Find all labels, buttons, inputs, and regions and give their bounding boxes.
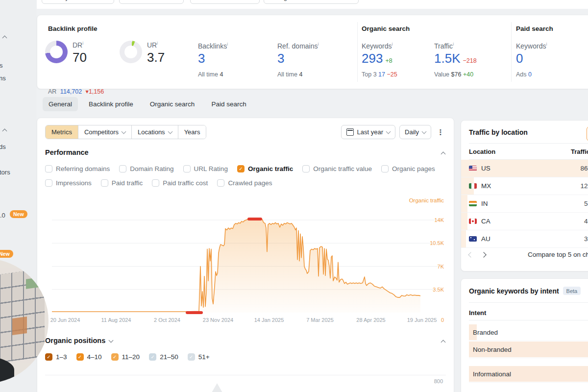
checkbox-icon: [119, 165, 126, 172]
location-traffic-value: 48: [562, 218, 588, 225]
checkbox-label: URL Rating: [194, 165, 228, 172]
next-page-icon[interactable]: [482, 251, 494, 258]
nav-item-fragment[interactable]: .0: [0, 212, 5, 219]
location-row-us[interactable]: US861−191: [461, 160, 588, 177]
date-range-button[interactable]: Last year: [341, 125, 395, 139]
granularity-button[interactable]: Daily: [399, 125, 431, 139]
organic-traffic-value[interactable]: 1.5K−218: [434, 51, 477, 66]
position-checkbox-21-50[interactable]: ✓21–50: [149, 353, 178, 361]
nav-item-fragment[interactable]: ns: [0, 74, 6, 82]
organic-keywords-metric: Keywordsi 293+8 Top 3 17 −25: [362, 42, 397, 78]
changes-filter-dropdown[interactable]: Changes: Last month: [264, 0, 359, 4]
keywords-by-intent-card: Organic keywords by intent Beta Intent B…: [461, 278, 588, 392]
mx-flag-icon: [469, 183, 477, 189]
locations-filter-dropdown[interactable]: All locations: [119, 0, 184, 4]
checkbox-label: Domain Rating: [130, 165, 173, 172]
location-row-au[interactable]: AU35−15: [461, 230, 588, 248]
checkbox-icon: [45, 179, 52, 187]
tab-general[interactable]: General: [43, 97, 78, 111]
backlinks-value[interactable]: 3: [198, 51, 228, 66]
compare-top5-link[interactable]: Compare top 5 on chart: [528, 251, 588, 258]
collapse-chevron-icon[interactable]: [2, 129, 7, 134]
position-checkbox-4-10[interactable]: ✓4–10: [76, 353, 102, 361]
volume-filter-dropdown[interactable]: Monthly volume: [42, 0, 114, 4]
checkbox-label: 11–20: [122, 353, 140, 361]
prev-page-icon[interactable]: [469, 251, 482, 258]
ar-line: AR 114,702 ▾1,156: [48, 88, 104, 95]
au-flag-icon: [469, 236, 477, 242]
ar-delta: ▾1,156: [86, 88, 104, 95]
nav-item-fragment[interactable]: ds: [0, 143, 6, 150]
highlight-annotation[interactable]: [186, 311, 203, 314]
metric-checkbox-paid-traffic-cost[interactable]: Paid traffic cost: [152, 179, 208, 187]
position-checkbox-1-3[interactable]: ✓1–3: [45, 353, 67, 361]
organic-traffic-metric: Traffici 1.5K−218 Value $76 +40: [434, 42, 477, 78]
tab-backlink-profile[interactable]: Backlink profile: [83, 97, 139, 111]
position-checkbox-51-[interactable]: ✓51+: [188, 353, 210, 361]
nav-item-fragment[interactable]: s: [0, 62, 3, 69]
dr-metric: DRi 70: [45, 41, 87, 65]
highlight-annotation[interactable]: [247, 218, 262, 220]
next-chart-area-peak: [210, 383, 224, 392]
backlinks-metric: Backlinksi 3 All time 4: [198, 42, 228, 78]
chart-toolbar: Metrics Competitors Locations Years Last…: [45, 125, 446, 139]
info-icon[interactable]: i: [157, 41, 158, 46]
locations-segment[interactable]: Locations: [131, 125, 178, 139]
paid-keywords-value[interactable]: 0: [516, 51, 547, 66]
metric-checkbox-url-rating[interactable]: URL Rating: [183, 165, 228, 172]
nav-item-fragment[interactable]: tors: [0, 169, 10, 176]
divider: [357, 22, 358, 82]
checkbox-icon: ✓: [188, 353, 195, 361]
ar-value[interactable]: 114,702: [60, 88, 82, 95]
info-icon[interactable]: i: [392, 42, 392, 47]
collapse-section-icon[interactable]: [441, 152, 446, 157]
location-code: AU: [481, 235, 490, 243]
info-icon[interactable]: i: [318, 42, 318, 47]
ur-label: UR: [147, 41, 157, 49]
location-row-in[interactable]: IN53−47: [461, 195, 588, 213]
location-row-mx[interactable]: MX129+126: [461, 177, 588, 195]
chevron-down-icon: [422, 129, 427, 134]
metrics-segment[interactable]: Metrics: [46, 125, 78, 139]
chevron-down-icon[interactable]: [109, 338, 114, 343]
info-icon[interactable]: i: [82, 41, 83, 46]
intent-row-branded[interactable]: Branded: [469, 324, 588, 341]
kebab-menu-icon[interactable]: [435, 125, 446, 139]
ref-domains-value[interactable]: 3: [277, 51, 318, 66]
ur-metric: URi 3.7: [120, 41, 165, 65]
years-segment[interactable]: Years: [178, 125, 206, 139]
paid-keywords-metric: Keywordsi 0 Ads 0: [516, 42, 547, 78]
checkbox-icon: ✓: [111, 353, 119, 361]
position-checkbox-11-20[interactable]: ✓11–20: [111, 353, 140, 361]
collapse-section-icon[interactable]: [441, 340, 446, 345]
dashboard-window: s ns ds tors .0 New New Monthly volume A…: [0, 0, 588, 392]
metric-checkbox-referring-domains[interactable]: Referring domains: [45, 165, 110, 172]
metric-checkbox-impressions[interactable]: Impressions: [45, 179, 92, 187]
ca-flag-icon: [469, 219, 477, 224]
info-icon[interactable]: i: [227, 42, 228, 47]
info-icon[interactable]: i: [453, 42, 454, 47]
tab-organic-search[interactable]: Organic search: [144, 97, 201, 111]
info-icon[interactable]: i: [546, 42, 547, 47]
ref-domains-metric: Ref. domainsi 3 All time 4: [277, 42, 318, 78]
metric-checkbox-organic-pages[interactable]: Organic pages: [381, 165, 435, 172]
checkbox-label: Referring domains: [56, 165, 110, 172]
sort-filter-dropdown[interactable]: Best links first: [190, 0, 260, 4]
metric-checkbox-organic-traffic[interactable]: ✓Organic traffic: [237, 165, 293, 172]
location-row-ca[interactable]: CA48−40: [461, 213, 588, 230]
metric-checkbox-crawled-pages[interactable]: Crawled pages: [217, 179, 272, 187]
x-axis-tick: 14 Jan 2025: [254, 317, 284, 323]
metric-checkbox-paid-traffic[interactable]: Paid traffic: [101, 179, 143, 187]
intent-row-non-branded[interactable]: Non-branded: [469, 341, 588, 358]
competitors-segment[interactable]: Competitors: [78, 125, 131, 139]
y-axis-tick: 14K: [434, 217, 444, 223]
organic-keywords-value[interactable]: 293+8: [362, 51, 397, 66]
tab-paid-search[interactable]: Paid search: [205, 97, 252, 111]
metric-checkbox-domain-rating[interactable]: Domain Rating: [119, 165, 173, 172]
checkbox-label: Paid traffic: [112, 179, 143, 187]
location-code: MX: [481, 182, 491, 190]
intent-label: Informational: [469, 370, 511, 378]
intent-row-informational[interactable]: Informational: [469, 366, 588, 383]
metric-checkbox-organic-traffic-value[interactable]: Organic traffic value: [302, 165, 372, 172]
collapse-chevron-icon[interactable]: [2, 36, 7, 41]
